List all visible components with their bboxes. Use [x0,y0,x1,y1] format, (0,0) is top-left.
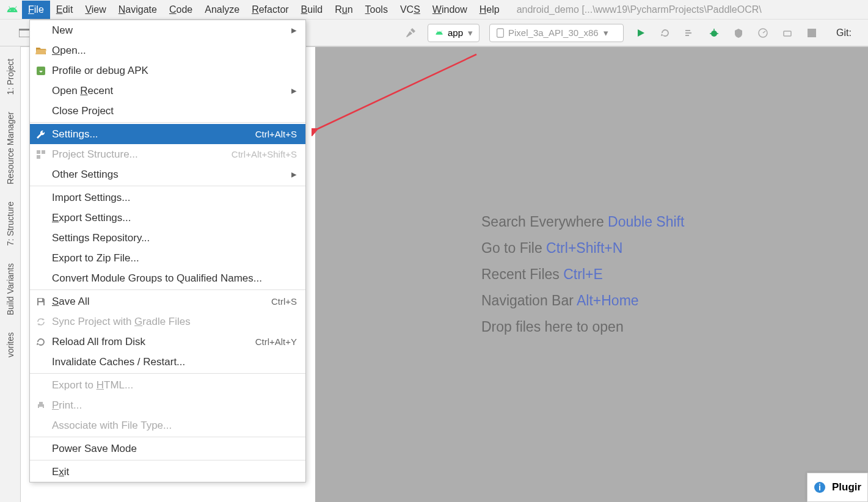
svg-point-6 [711,31,717,37]
menu-item-convert-module-groups-to-qualified-names[interactable]: Convert Module Groups to Qualified Names… [30,268,305,288]
device-selector[interactable]: Pixel_3a_API_30_x86 ▾ [489,24,624,42]
editor-hint: Navigation Bar Alt+Home [481,293,868,309]
menu-window[interactable]: Window [426,1,473,19]
menu-item-associate-with-file-type: Associate with File Type... [30,415,305,435]
profiler-icon[interactable] [754,24,771,42]
chevron-right-icon: ▸ [291,24,297,37]
editor-hint: Recent Files Ctrl+E [481,266,868,283]
menu-analyze[interactable]: Analyze [199,1,246,19]
menu-item-open-recent[interactable]: Open Recent▸ [30,81,305,101]
step-icon[interactable] [681,24,698,42]
chevron-right-icon: ▸ [291,84,297,97]
svg-rect-19 [38,302,43,305]
editor-placeholder[interactable]: Search Everywhere Double ShiftGo to File… [315,47,868,502]
menu-build[interactable]: Build [295,1,329,19]
menu-separator [30,437,305,437]
shortcut-label: Ctrl+Alt+S [255,129,297,139]
run-config-selector[interactable]: app ▾ [428,24,480,42]
menu-item-label: Close Project [52,105,114,117]
tool-strip-resource-manager[interactable]: Resource Manager [5,112,15,184]
hammer-icon[interactable] [402,24,419,42]
menu-item-label: Profile or debug APK [52,65,148,77]
menu-tools[interactable]: Tools [359,1,394,19]
plugin-popup[interactable]: i Plugir [807,473,868,502]
menu-item-label: Export to HTML... [52,379,133,391]
svg-rect-1 [19,29,30,31]
tool-strip-7-structure[interactable]: 7: Structure [5,202,15,246]
menu-separator [30,122,305,123]
shortcut-key: Alt+Home [577,293,639,308]
project-title: android_demo [...\www19\PycharmProjects\… [517,4,762,15]
menu-item-new[interactable]: New▸ [30,20,305,40]
svg-rect-18 [38,299,42,301]
rerun-icon[interactable] [657,24,674,42]
apk-icon [35,66,47,76]
shortcut-label: Ctrl+Alt+Y [255,336,297,347]
svg-rect-16 [42,150,45,154]
svg-rect-21 [39,402,43,404]
menu-item-other-settings[interactable]: Other Settings▸ [30,164,305,184]
caret-down-icon: ▾ [468,27,473,38]
menu-item-label: Import Settings... [52,192,131,204]
menubar: FileEditViewNavigateCodeAnalyzeRefactorB… [0,0,868,20]
menu-item-label: Power Save Mode [52,443,137,455]
tool-strip-build-variants[interactable]: Build Variants [5,263,15,315]
menu-item-export-settings[interactable]: Export Settings... [30,208,305,228]
menu-item-exit[interactable]: Exit [30,462,305,482]
menu-item-open[interactable]: Open... [30,40,305,60]
menu-code[interactable]: Code [163,1,199,19]
device-label: Pixel_3a_API_30_x86 [508,27,599,38]
shortcut-label: Ctrl+S [271,296,297,307]
menu-item-label: Open... [52,45,86,57]
menu-item-label: Print... [52,399,82,412]
menu-separator [30,373,305,374]
git-label: Git: [836,27,852,38]
menu-item-settings-repository[interactable]: Settings Repository... [30,228,305,248]
stop-icon[interactable] [803,24,820,42]
menu-file[interactable]: File [22,1,50,19]
svg-rect-5 [685,35,689,36]
editor-hint: Drop files here to open [481,319,868,335]
editor-hint: Search Everywhere Double Shift [481,214,868,230]
menu-item-invalidate-caches-restart[interactable]: Invalidate Caches / Restart... [30,352,305,372]
editor-hint: Go to File Ctrl+Shift+N [481,240,868,256]
wrench-icon [35,129,47,139]
attach-icon[interactable] [779,24,796,42]
folder-open-icon [35,46,47,55]
svg-rect-22 [39,407,43,409]
menu-refactor[interactable]: Refactor [246,1,294,19]
menu-separator [30,289,305,290]
menu-item-label: Save All [52,296,89,308]
tool-strip-1-project[interactable]: 1: Project [5,59,15,95]
run-icon[interactable] [632,24,649,42]
menu-item-settings[interactable]: Settings...Ctrl+Alt+S [30,124,305,144]
project-structure-icon [35,150,47,159]
caret-down-icon: ▾ [604,27,608,38]
shortcut-key: Ctrl+E [563,266,603,282]
save-all-icon [35,297,47,307]
chevron-right-icon: ▸ [291,168,297,181]
svg-rect-13 [808,29,816,37]
shortcut-label: Ctrl+Alt+Shift+S [232,149,297,159]
menu-item-export-to-zip-file[interactable]: Export to Zip File... [30,248,305,268]
menu-vcs[interactable]: VCS [394,1,426,19]
menu-item-save-all[interactable]: Save AllCtrl+S [30,291,305,311]
menu-edit[interactable]: Edit [50,1,79,19]
menu-item-close-project[interactable]: Close Project [30,101,305,121]
svg-rect-17 [37,155,40,159]
menu-run[interactable]: Run [329,1,359,19]
menu-item-project-structure: Project Structure...Ctrl+Alt+Shift+S [30,144,305,164]
menu-item-import-settings[interactable]: Import Settings... [30,187,305,208]
menu-item-profile-or-debug-apk[interactable]: Profile or debug APK [30,60,305,81]
debug-icon[interactable] [706,24,723,42]
menu-navigate[interactable]: Navigate [112,1,163,19]
svg-text:i: i [819,482,821,492]
menu-view[interactable]: View [79,1,112,19]
menu-help[interactable]: Help [473,1,506,19]
coverage-icon[interactable] [730,24,747,42]
tool-strip-vorites[interactable]: vorites [5,332,15,357]
menu-item-label: Project Structure... [52,148,138,161]
menu-item-reload-all-from-disk[interactable]: Reload All from DiskCtrl+Alt+Y [30,332,305,352]
menu-item-print: Print... [30,395,305,415]
menu-item-power-save-mode[interactable]: Power Save Mode [30,438,305,459]
